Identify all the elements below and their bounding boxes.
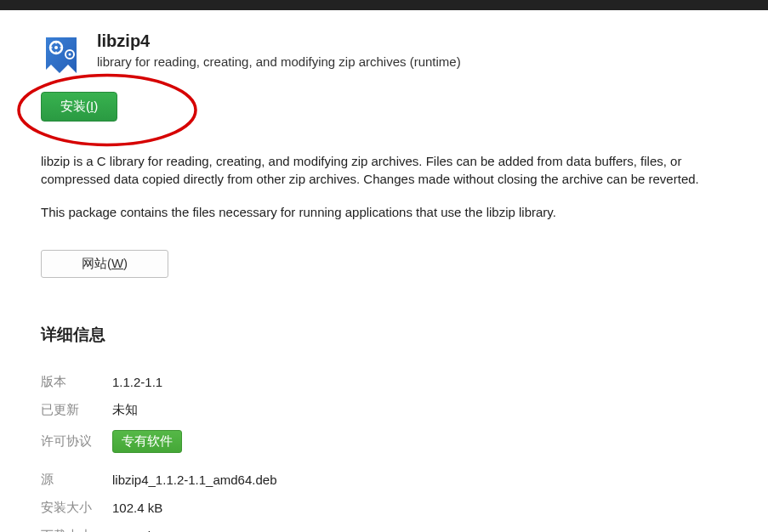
description-paragraph-2: This package contains the files necessar… xyxy=(41,203,727,221)
detail-label: 版本 xyxy=(41,368,112,396)
details-heading: 详细信息 xyxy=(41,324,727,346)
detail-label: 许可协议 xyxy=(41,424,112,459)
detail-label: 安装大小 xyxy=(41,494,112,522)
detail-row-license: 许可协议 专有软件 xyxy=(41,424,276,459)
website-button[interactable]: 网站(W) xyxy=(41,250,168,278)
detail-row-download-size: 下载大小 102.4 kB xyxy=(41,522,276,532)
detail-value: 未知 xyxy=(112,396,276,424)
detail-row-install-size: 安装大小 102.4 kB xyxy=(41,494,276,522)
detail-value: 专有软件 xyxy=(112,424,276,459)
window-top-bar xyxy=(0,0,768,10)
license-badge: 专有软件 xyxy=(112,430,182,453)
detail-label: 下载大小 xyxy=(41,522,112,532)
detail-value: 1.1.2-1.1 xyxy=(112,368,276,396)
description-paragraph-1: libzip is a C library for reading, creat… xyxy=(41,152,727,188)
content-area: libzip4 library for reading, creating, a… xyxy=(0,10,768,532)
detail-row-source: 源 libzip4_1.1.2-1.1_amd64.deb xyxy=(41,466,276,494)
website-button-label: 网站(W) xyxy=(82,256,128,270)
install-button[interactable]: 安装(I) xyxy=(41,92,117,122)
detail-value: 102.4 kB xyxy=(112,522,276,532)
details-table: 版本 1.1.2-1.1 已更新 未知 许可协议 专有软件 源 libzip4_… xyxy=(41,368,276,532)
detail-row-version: 版本 1.1.2-1.1 xyxy=(41,368,276,396)
detail-value: libzip4_1.1.2-1.1_amd64.deb xyxy=(112,466,276,494)
package-icon xyxy=(41,32,82,73)
package-description: libzip is a C library for reading, creat… xyxy=(41,152,727,221)
package-subtitle: library for reading, creating, and modif… xyxy=(97,53,461,71)
detail-value: 102.4 kB xyxy=(112,494,276,522)
detail-label: 已更新 xyxy=(41,396,112,424)
package-header: libzip4 library for reading, creating, a… xyxy=(41,31,727,73)
svg-point-8 xyxy=(69,54,71,56)
detail-row-updated: 已更新 未知 xyxy=(41,396,276,424)
install-button-label: 安装(I) xyxy=(60,99,98,113)
detail-label: 源 xyxy=(41,466,112,494)
svg-point-2 xyxy=(54,46,58,49)
package-title: libzip4 xyxy=(97,31,461,51)
